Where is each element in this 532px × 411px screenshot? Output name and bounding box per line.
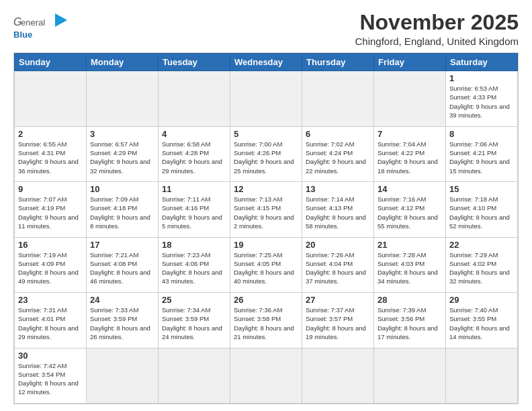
empty-cell: [87, 348, 159, 403]
empty-cell: [15, 71, 87, 126]
date-cell-12: 12Sunrise: 7:13 AM Sunset: 4:15 PM Dayli…: [230, 182, 302, 237]
empty-cell: [374, 348, 446, 403]
date-cell-16: 16Sunrise: 7:19 AM Sunset: 4:09 PM Dayli…: [15, 237, 87, 292]
date-cell-13: 13Sunrise: 7:14 AM Sunset: 4:13 PM Dayli…: [302, 182, 374, 237]
date-number: 5: [234, 129, 298, 139]
page: G eneral Blue November 2025 Chingford, E…: [0, 0, 532, 411]
date-cell-10: 10Sunrise: 7:09 AM Sunset: 4:18 PM Dayli…: [87, 182, 159, 237]
date-cell-27: 27Sunrise: 7:37 AM Sunset: 3:57 PM Dayli…: [302, 293, 374, 348]
date-number: 19: [234, 240, 298, 250]
date-number: 16: [18, 240, 83, 250]
date-number: 4: [162, 129, 226, 139]
date-cell-4: 4Sunrise: 6:58 AM Sunset: 4:28 PM Daylig…: [159, 126, 230, 181]
day-info: Sunrise: 7:02 AM Sunset: 4:24 PM Dayligh…: [306, 140, 370, 175]
empty-cell: [374, 71, 446, 126]
date-cell-2: 2Sunrise: 6:55 AM Sunset: 4:31 PM Daylig…: [15, 126, 87, 181]
empty-cell: [302, 348, 374, 403]
day-info: Sunrise: 6:53 AM Sunset: 4:33 PM Dayligh…: [449, 84, 514, 120]
date-cell-22: 22Sunrise: 7:29 AM Sunset: 4:02 PM Dayli…: [446, 237, 518, 292]
weekday-header-tuesday: Tuesday: [159, 54, 230, 71]
date-cell-1: 1Sunrise: 6:53 AM Sunset: 4:33 PM Daylig…: [446, 71, 518, 126]
date-number: 20: [306, 240, 370, 250]
empty-cell: [446, 348, 518, 403]
day-info: Sunrise: 7:33 AM Sunset: 3:59 PM Dayligh…: [90, 306, 154, 341]
day-info: Sunrise: 7:07 AM Sunset: 4:19 PM Dayligh…: [18, 195, 83, 230]
header: G eneral Blue November 2025 Chingford, E…: [13, 11, 519, 47]
date-number: 7: [378, 129, 442, 139]
date-cell-26: 26Sunrise: 7:36 AM Sunset: 3:58 PM Dayli…: [230, 293, 302, 348]
day-info: Sunrise: 7:29 AM Sunset: 4:02 PM Dayligh…: [449, 250, 514, 286]
calendar: SundayMondayTuesdayWednesdayThursdayFrid…: [13, 52, 519, 404]
empty-cell: [230, 71, 302, 126]
day-info: Sunrise: 7:26 AM Sunset: 4:04 PM Dayligh…: [306, 250, 370, 286]
day-info: Sunrise: 7:34 AM Sunset: 3:59 PM Dayligh…: [162, 306, 226, 341]
empty-cell: [159, 348, 230, 403]
date-cell-18: 18Sunrise: 7:23 AM Sunset: 4:06 PM Dayli…: [159, 237, 230, 292]
day-info: Sunrise: 7:11 AM Sunset: 4:16 PM Dayligh…: [162, 195, 226, 230]
day-info: Sunrise: 7:31 AM Sunset: 4:01 PM Dayligh…: [18, 306, 83, 341]
logo-svg: G eneral Blue: [13, 11, 81, 43]
date-number: 13: [306, 184, 370, 194]
date-number: 23: [18, 295, 83, 305]
svg-text:Blue: Blue: [13, 30, 32, 40]
main-title: November 2025: [355, 11, 519, 34]
date-number: 9: [18, 184, 83, 194]
date-number: 10: [90, 184, 154, 194]
empty-cell: [159, 71, 230, 126]
date-number: 28: [378, 295, 442, 305]
date-cell-23: 23Sunrise: 7:31 AM Sunset: 4:01 PM Dayli…: [15, 293, 87, 348]
day-info: Sunrise: 7:28 AM Sunset: 4:03 PM Dayligh…: [378, 250, 442, 286]
day-info: Sunrise: 6:55 AM Sunset: 4:31 PM Dayligh…: [18, 140, 83, 175]
date-cell-6: 6Sunrise: 7:02 AM Sunset: 4:24 PM Daylig…: [302, 126, 374, 181]
title-section: November 2025 Chingford, England, United…: [355, 11, 519, 47]
date-number: 30: [18, 351, 83, 361]
date-cell-14: 14Sunrise: 7:16 AM Sunset: 4:12 PM Dayli…: [374, 182, 446, 237]
day-info: Sunrise: 7:25 AM Sunset: 4:05 PM Dayligh…: [234, 250, 298, 286]
date-number: 8: [449, 129, 514, 139]
svg-marker-2: [55, 13, 67, 27]
day-info: Sunrise: 7:42 AM Sunset: 3:54 PM Dayligh…: [18, 361, 83, 397]
date-cell-21: 21Sunrise: 7:28 AM Sunset: 4:03 PM Dayli…: [374, 237, 446, 292]
weekday-header-saturday: Saturday: [446, 54, 518, 71]
date-cell-11: 11Sunrise: 7:11 AM Sunset: 4:16 PM Dayli…: [159, 182, 230, 237]
day-info: Sunrise: 6:57 AM Sunset: 4:29 PM Dayligh…: [90, 140, 154, 175]
date-cell-25: 25Sunrise: 7:34 AM Sunset: 3:59 PM Dayli…: [159, 293, 230, 348]
day-info: Sunrise: 7:18 AM Sunset: 4:10 PM Dayligh…: [449, 195, 514, 230]
day-info: Sunrise: 7:04 AM Sunset: 4:22 PM Dayligh…: [378, 140, 442, 175]
date-number: 18: [162, 240, 226, 250]
date-cell-7: 7Sunrise: 7:04 AM Sunset: 4:22 PM Daylig…: [374, 126, 446, 181]
weekday-header-monday: Monday: [87, 54, 159, 71]
day-info: Sunrise: 7:23 AM Sunset: 4:06 PM Dayligh…: [162, 250, 226, 286]
weekday-header-wednesday: Wednesday: [230, 54, 302, 71]
day-info: Sunrise: 7:19 AM Sunset: 4:09 PM Dayligh…: [18, 250, 83, 286]
date-number: 6: [306, 129, 370, 139]
date-number: 27: [306, 295, 370, 305]
date-number: 17: [90, 240, 154, 250]
date-number: 11: [162, 184, 226, 194]
day-info: Sunrise: 7:13 AM Sunset: 4:15 PM Dayligh…: [234, 195, 298, 230]
date-cell-15: 15Sunrise: 7:18 AM Sunset: 4:10 PM Dayli…: [446, 182, 518, 237]
date-cell-19: 19Sunrise: 7:25 AM Sunset: 4:05 PM Dayli…: [230, 237, 302, 292]
date-cell-3: 3Sunrise: 6:57 AM Sunset: 4:29 PM Daylig…: [87, 126, 159, 181]
date-cell-5: 5Sunrise: 7:00 AM Sunset: 4:26 PM Daylig…: [230, 126, 302, 181]
date-number: 29: [449, 295, 514, 305]
day-info: Sunrise: 7:06 AM Sunset: 4:21 PM Dayligh…: [449, 140, 514, 175]
date-cell-9: 9Sunrise: 7:07 AM Sunset: 4:19 PM Daylig…: [15, 182, 87, 237]
day-info: Sunrise: 7:14 AM Sunset: 4:13 PM Dayligh…: [306, 195, 370, 230]
day-info: Sunrise: 6:58 AM Sunset: 4:28 PM Dayligh…: [162, 140, 226, 175]
date-number: 14: [378, 184, 442, 194]
subtitle: Chingford, England, United Kingdom: [355, 36, 519, 47]
date-number: 3: [90, 129, 154, 139]
weekday-header-friday: Friday: [374, 54, 446, 71]
date-number: 22: [449, 240, 514, 250]
date-cell-17: 17Sunrise: 7:21 AM Sunset: 4:08 PM Dayli…: [87, 237, 159, 292]
empty-cell: [302, 71, 374, 126]
empty-cell: [87, 71, 159, 126]
day-info: Sunrise: 7:37 AM Sunset: 3:57 PM Dayligh…: [306, 306, 370, 341]
day-info: Sunrise: 7:09 AM Sunset: 4:18 PM Dayligh…: [90, 195, 154, 230]
logo: G eneral Blue: [13, 11, 81, 43]
date-cell-29: 29Sunrise: 7:40 AM Sunset: 3:55 PM Dayli…: [446, 293, 518, 348]
day-info: Sunrise: 7:39 AM Sunset: 3:56 PM Dayligh…: [378, 306, 442, 341]
day-info: Sunrise: 7:21 AM Sunset: 4:08 PM Dayligh…: [90, 250, 154, 286]
date-cell-20: 20Sunrise: 7:26 AM Sunset: 4:04 PM Dayli…: [302, 237, 374, 292]
